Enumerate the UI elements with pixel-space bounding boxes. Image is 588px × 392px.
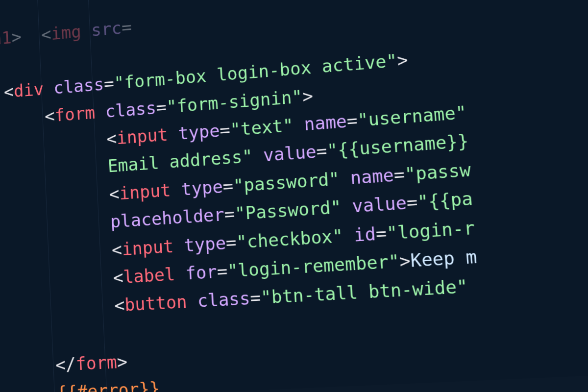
code-line: {{#error}} [0,378,160,392]
code-block: <h1> <img src= <div class="form-box logi… [0,0,502,392]
code-line: <h1> <img src= [0,15,152,50]
code-line: </form> [0,351,128,378]
code-editor-viewport: <h1> <img src= <div class="form-box logi… [0,0,588,392]
